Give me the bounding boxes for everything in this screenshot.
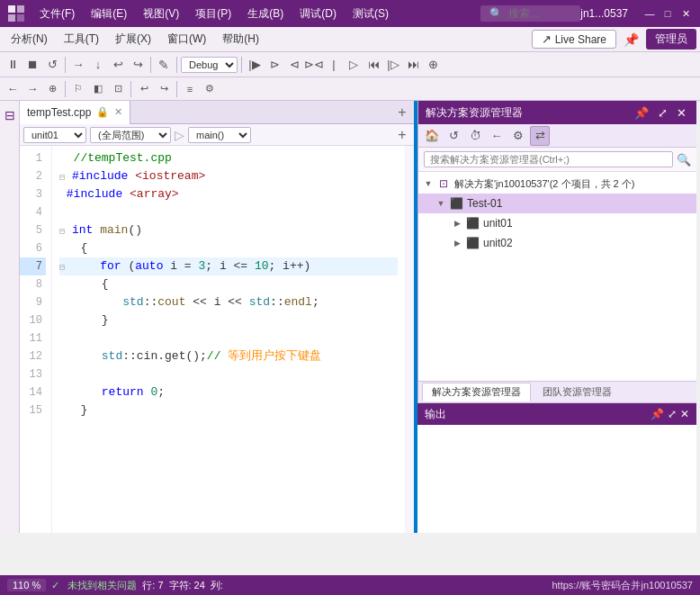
toolbar-step-over[interactable]: →: [69, 56, 87, 74]
toolbar-btn-7[interactable]: ⏮: [364, 56, 382, 74]
menu-view[interactable]: 视图(V): [136, 5, 186, 23]
title-right: jn1...0537 — □ ✕: [580, 6, 693, 21]
line-num-11: 11: [20, 329, 46, 347]
tab-solution-explorer[interactable]: 解决方案资源管理器: [422, 383, 531, 401]
toolbar-btn-3[interactable]: ⊲: [285, 56, 303, 74]
editor-scrollbar[interactable]: [405, 146, 414, 533]
menu-test[interactable]: 测试(S): [346, 5, 396, 23]
status-bar-left: 110 % 未找到相关问题 行: 7 字符: 24 列:: [7, 579, 223, 592]
nav-unit-select[interactable]: unit01: [23, 127, 86, 143]
toolbar2-fwd[interactable]: →: [23, 80, 41, 98]
tree-item-unit02[interactable]: ▶ ⬛ unit02: [418, 233, 696, 253]
panel-search-input[interactable]: [424, 151, 673, 167]
toolbar-btn-10[interactable]: ⊕: [424, 56, 442, 74]
fold-icon-2[interactable]: ⊟: [59, 171, 70, 182]
status-ok: 未找到相关问题: [51, 579, 137, 592]
toolbar2-8[interactable]: ↪: [155, 80, 173, 98]
panel-toolbar-refresh[interactable]: ↺: [444, 126, 463, 146]
menu-tools[interactable]: 工具(T): [57, 29, 106, 50]
line-num-10: 10: [20, 311, 46, 329]
panel-toolbar-home[interactable]: 🏠: [422, 126, 442, 146]
maximize-button[interactable]: □: [660, 6, 675, 21]
panel-pin-icon[interactable]: 📌: [632, 106, 651, 120]
tab-team-explorer[interactable]: 团队资源管理器: [533, 383, 622, 401]
menu-window[interactable]: 窗口(W): [160, 29, 213, 50]
menu-edit[interactable]: 编辑(E): [84, 5, 134, 23]
output-title: 输出: [425, 407, 651, 422]
toolbar2-3[interactable]: ⊕: [43, 80, 61, 98]
toolbar-btn-9[interactable]: ⏭: [404, 56, 422, 74]
nav-scope-select[interactable]: (全局范围): [90, 127, 171, 143]
toolbar2-back[interactable]: ←: [4, 80, 22, 98]
unit02-label: unit02: [483, 237, 513, 249]
live-share-button[interactable]: ↗ Live Share: [532, 30, 616, 49]
toolbar2-9[interactable]: ≡: [181, 80, 199, 98]
output-float-icon[interactable]: ⤢: [668, 408, 677, 420]
toolbar2-5[interactable]: ◧: [89, 80, 107, 98]
panel-toolbar-filter[interactable]: ⏱: [465, 126, 485, 146]
solution-panel-title: 解决方案资源管理器: [426, 105, 632, 121]
panel-close-icon[interactable]: ✕: [674, 106, 689, 120]
toolbar-sep-3: [176, 57, 177, 73]
toolbar2-10[interactable]: ⚙: [201, 80, 219, 98]
menu-extensions[interactable]: 扩展(X): [108, 29, 158, 50]
toolbar2-4[interactable]: ⚐: [69, 80, 87, 98]
tab-close-button[interactable]: ✕: [114, 106, 122, 118]
menu-debug[interactable]: 调试(D): [292, 5, 344, 23]
code-editor[interactable]: 1 2 3 4 5 6 7 8 9 10 11 12 13 14 15 //te…: [20, 146, 414, 533]
toolbar2-7[interactable]: ↩: [135, 80, 153, 98]
tree-project-test01[interactable]: ▼ ⬛ Test-01: [418, 194, 696, 213]
toolbar-pause[interactable]: ⏸: [4, 56, 22, 74]
menu-project[interactable]: 项目(P): [188, 5, 238, 23]
nav-add-button[interactable]: +: [394, 127, 410, 143]
code-line-1: //tempTest.cpp: [59, 149, 398, 167]
solution-panel: 解决方案资源管理器 📌 ⤢ ✕ 🏠 ↺ ⏱ ← ⚙ ⇄ 🔍: [417, 101, 696, 402]
line-num-2: 2: [20, 167, 46, 185]
toolbar-stop[interactable]: ⏹: [23, 56, 41, 74]
toolbar-btn-2[interactable]: ⊳: [265, 56, 283, 74]
admin-button[interactable]: 管理员: [646, 29, 696, 50]
toolbar-restart[interactable]: ↺: [43, 56, 61, 74]
panel-toolbar-gear[interactable]: ⚙: [508, 126, 528, 146]
gutter-icon: ⊟: [4, 108, 15, 122]
code-line-13: [59, 365, 398, 383]
toolbar2-6[interactable]: ⊡: [109, 80, 127, 98]
toolbar-btn-4[interactable]: ⊳⊲: [305, 56, 323, 74]
tree-solution-root[interactable]: ▼ ⊡ 解决方案'jn10010537'(2 个项目，共 2 个): [418, 174, 696, 194]
debug-config-select[interactable]: Debug: [181, 57, 238, 73]
toolbar2-sep3: [176, 81, 177, 97]
minimize-button[interactable]: —: [642, 6, 657, 21]
toolbar-btn-8[interactable]: |▷: [384, 56, 402, 74]
panel-toolbar-sync[interactable]: ⇄: [530, 126, 550, 146]
toolbar-btn-5[interactable]: |: [325, 56, 343, 74]
window-controls: — □ ✕: [642, 6, 693, 21]
code-line-15: }: [59, 401, 398, 419]
output-pin-icon[interactable]: 📌: [651, 408, 664, 420]
editor-tab-active[interactable]: tempTest.cpp 🔒 ✕: [20, 101, 130, 124]
code-content[interactable]: //tempTest.cpp ⊟ #include <iostream> #in…: [52, 146, 405, 533]
toolbar-btn-6[interactable]: ▷: [345, 56, 363, 74]
title-search-input[interactable]: [508, 7, 571, 20]
tree-item-unit01[interactable]: ▶ ⬛ unit01: [418, 213, 696, 233]
fold-icon-7[interactable]: ⊟: [59, 261, 70, 272]
panel-float-icon[interactable]: ⤢: [655, 106, 670, 120]
toolbar-btn-1[interactable]: |▶: [246, 56, 264, 74]
zoom-level[interactable]: 110 %: [7, 579, 46, 591]
tab-add-button[interactable]: +: [390, 101, 414, 124]
fold-icon-5[interactable]: ⊟: [59, 225, 70, 236]
menu-analyze[interactable]: 分析(N): [4, 29, 55, 50]
pin-icon[interactable]: 📌: [624, 32, 639, 47]
menu-build[interactable]: 生成(B): [240, 5, 291, 23]
toolbar-undo[interactable]: ↩: [109, 56, 127, 74]
close-button[interactable]: ✕: [678, 6, 693, 21]
nav-func-select[interactable]: main(): [188, 127, 251, 143]
svg-rect-3: [17, 14, 24, 22]
toolbar-redo[interactable]: ↪: [129, 56, 147, 74]
menu-file[interactable]: 文件(F): [32, 5, 82, 23]
menu-help[interactable]: 帮助(H): [215, 29, 266, 50]
line-num-14: 14: [20, 383, 46, 401]
output-close-icon[interactable]: ✕: [680, 408, 689, 420]
toolbar-step-into[interactable]: ↓: [89, 56, 107, 74]
toolbar-pencil[interactable]: ✎: [155, 56, 173, 74]
panel-toolbar-back[interactable]: ←: [487, 126, 507, 146]
